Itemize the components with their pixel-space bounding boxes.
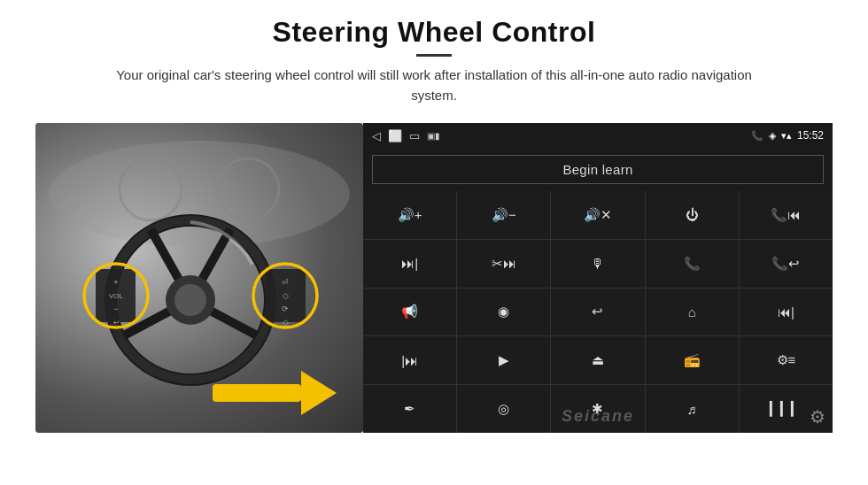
svg-point-10 (174, 284, 206, 316)
android-screen-wrapper: ◁ ⬜ ▭ ▣▮ 📞 ◈ ▾▴ 15:52 Begin learn (363, 123, 833, 433)
control-button-2[interactable]: 🔊✕ (551, 191, 644, 239)
wifi-status-icon: ▾▴ (781, 130, 792, 142)
control-button-22[interactable]: ✱ (551, 385, 644, 433)
control-button-16[interactable]: ▶ (457, 336, 550, 384)
begin-learn-button[interactable]: Begin learn (372, 155, 824, 184)
control-button-15[interactable]: |⏭ (363, 336, 456, 384)
android-statusbar: ◁ ⬜ ▭ ▣▮ 📞 ◈ ▾▴ 15:52 (363, 123, 833, 148)
control-button-23[interactable]: ♬ (646, 385, 739, 433)
recent-nav-icon[interactable]: ▭ (409, 129, 420, 142)
location-status-icon: ◈ (769, 130, 776, 142)
page-title: Steering Wheel Control (97, 16, 771, 49)
control-button-12[interactable]: ↩ (551, 289, 644, 336)
controls-grid: 🔊+🔊−🔊✕⏻📞⏮⏭|✂⏭🎙📞📞↩📢◉↩⌂⏮||⏭▶⏏📻⚙≡✒◎✱♬▎▎▎ (363, 191, 833, 433)
svg-text:◇: ◇ (283, 291, 289, 300)
svg-text:+: + (113, 278, 118, 287)
page-subtitle: Your original car's steering wheel contr… (97, 65, 771, 105)
control-button-4[interactable]: 📞⏮ (740, 191, 833, 239)
control-button-19[interactable]: ⚙≡ (740, 336, 833, 384)
control-button-10[interactable]: 📢 (363, 289, 456, 336)
control-button-17[interactable]: ⏏ (551, 336, 644, 384)
back-nav-icon[interactable]: ◁ (372, 129, 381, 142)
control-button-18[interactable]: 📻 (646, 336, 739, 384)
steering-wheel-image: + VOL − ↩ ⏎ ◇ ⟳ ◇ (35, 123, 363, 433)
status-time: 15:52 (797, 129, 824, 142)
svg-marker-24 (301, 371, 337, 415)
statusbar-left: ◁ ⬜ ▭ ▣▮ (372, 129, 440, 142)
svg-rect-23 (213, 384, 301, 402)
control-button-21[interactable]: ◎ (457, 385, 550, 433)
title-section: Steering Wheel Control Your original car… (97, 16, 771, 105)
svg-text:◇: ◇ (283, 318, 289, 327)
settings-gear-icon[interactable]: ⚙ (810, 406, 825, 427)
control-button-11[interactable]: ◉ (457, 289, 550, 336)
title-divider (416, 54, 452, 57)
svg-text:−: − (113, 304, 118, 313)
phone-status-icon: 📞 (751, 130, 763, 142)
control-button-9[interactable]: 📞↩ (740, 240, 833, 288)
page-container: Steering Wheel Control Your original car… (0, 0, 868, 485)
svg-text:VOL: VOL (109, 292, 124, 300)
control-button-8[interactable]: 📞 (646, 240, 739, 288)
control-button-20[interactable]: ✒ (363, 385, 456, 433)
control-button-7[interactable]: 🎙 (551, 240, 644, 288)
steering-wheel-svg: + VOL − ↩ ⏎ ◇ ⟳ ◇ (35, 123, 363, 433)
media-nav-icon: ▣▮ (427, 131, 440, 141)
android-screen: ◁ ⬜ ▭ ▣▮ 📞 ◈ ▾▴ 15:52 Begin learn (363, 123, 833, 433)
svg-point-0 (49, 141, 350, 247)
svg-text:↩: ↩ (113, 319, 120, 327)
svg-text:⟳: ⟳ (282, 304, 289, 313)
content-area: + VOL − ↩ ⏎ ◇ ⟳ ◇ (35, 123, 833, 433)
control-button-5[interactable]: ⏭| (363, 240, 456, 288)
control-button-14[interactable]: ⏮| (740, 289, 833, 336)
control-button-3[interactable]: ⏻ (646, 191, 739, 239)
home-nav-icon[interactable]: ⬜ (388, 129, 402, 142)
begin-learn-area: Begin learn (363, 148, 833, 191)
control-button-6[interactable]: ✂⏭ (457, 240, 550, 288)
control-button-13[interactable]: ⌂ (646, 289, 739, 336)
statusbar-right: 📞 ◈ ▾▴ 15:52 (751, 129, 824, 142)
svg-text:⏎: ⏎ (282, 278, 289, 287)
control-button-0[interactable]: 🔊+ (363, 191, 456, 239)
control-button-1[interactable]: 🔊− (457, 191, 550, 239)
